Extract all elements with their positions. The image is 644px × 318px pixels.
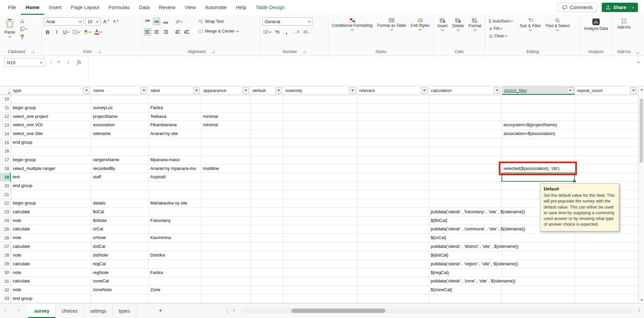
menu-item-review[interactable]: Review [154, 0, 180, 15]
cell-choice_filter-30[interactable] [502, 269, 575, 277]
cell-relevant-24[interactable] [357, 217, 429, 225]
filter-icon-default[interactable] [275, 87, 282, 94]
filter-icon-calculation[interactable] [494, 87, 500, 94]
cell-choice_filter-17[interactable] [502, 156, 575, 165]
column-header-readonly[interactable]: readonly [283, 86, 357, 95]
row-header-27[interactable]: 27 [0, 242, 11, 251]
cell-default-26[interactable] [251, 234, 283, 242]
fill-color-button[interactable] [83, 28, 92, 36]
cell-repeat_count-16[interactable] [575, 147, 638, 156]
cell-type-13[interactable]: select_one VOI [11, 121, 91, 130]
cell-appearance-28[interactable] [201, 251, 251, 260]
cell-type-19[interactable]: text [11, 173, 91, 182]
cell-calculation-15[interactable] [429, 138, 502, 147]
cell-name-21[interactable] [91, 190, 149, 199]
clipboard-dialog-launcher-icon[interactable] [31, 50, 34, 53]
cell-name-30[interactable]: regNote [91, 269, 149, 277]
insert-cells-button[interactable]: Insert [436, 17, 449, 32]
cell-type-29[interactable]: calculate [11, 260, 91, 269]
sheet-tab-types[interactable]: types [113, 304, 136, 318]
cell-repeat_count-17[interactable] [575, 156, 638, 165]
cell-label-15[interactable] [149, 138, 201, 147]
row-header-19[interactable]: 19 [0, 173, 11, 182]
cell-appearance-23[interactable] [201, 208, 251, 217]
cell-calculation-14[interactable] [429, 130, 502, 138]
cell-repeat_count-30[interactable] [575, 269, 638, 277]
format-as-table-button[interactable]: Format as Table [376, 17, 408, 32]
horizontal-scroll-thumb[interactable] [291, 309, 385, 313]
decrease-decimal-button[interactable]: .00→ [302, 28, 312, 36]
cell-calculation-18[interactable] [429, 165, 502, 173]
name-box-resize-handle[interactable]: ⋮ [49, 59, 54, 65]
cell-calculation-32[interactable]: ${zoneCal} [429, 286, 502, 294]
menu-item-automate[interactable]: Automate [200, 0, 231, 15]
cell-appearance-29[interactable] [201, 260, 251, 269]
cell-relevant-18[interactable] [357, 165, 429, 173]
cell-appearance-11[interactable] [201, 104, 251, 112]
filter-icon-label[interactable] [193, 87, 200, 94]
cell-readonly-20[interactable] [283, 182, 357, 190]
cell-relevant-20[interactable] [357, 182, 429, 190]
cell-default-25[interactable] [251, 225, 283, 234]
row-header-20[interactable]: 20 [0, 182, 11, 190]
column-header-label[interactable]: label [149, 86, 201, 95]
cell-choice_filter-14[interactable]: association=${association} [502, 130, 575, 138]
cell-readonly-11[interactable] [283, 104, 357, 112]
alignment-dialog-launcher-icon[interactable] [212, 50, 214, 53]
cell-label-23[interactable] [149, 208, 201, 217]
cell-name-22[interactable]: details [91, 199, 149, 208]
align-center-button[interactable] [153, 28, 160, 36]
autosum-button[interactable]: Σ AutoSum [487, 17, 514, 25]
cell-repeat_count-18[interactable] [575, 165, 638, 173]
format-painter-button[interactable] [19, 34, 29, 40]
cell-readonly-30[interactable] [283, 269, 357, 277]
cell-name-26[interactable]: crNote [91, 234, 149, 242]
addins-button[interactable]: Add-ins [615, 17, 633, 31]
cell-name-11[interactable]: surveyLoc [91, 104, 149, 112]
cell-readonly-33[interactable] [283, 294, 357, 303]
font-size-combo[interactable]: 10 [85, 17, 101, 26]
filter-icon-name[interactable] [141, 87, 147, 94]
cell-default-19[interactable] [251, 173, 283, 182]
cell-default-14[interactable] [251, 130, 283, 138]
row-header-23[interactable]: 23 [0, 208, 11, 217]
cell-readonly-31[interactable] [283, 277, 357, 286]
font-color-button[interactable]: A [94, 28, 103, 36]
fill-button[interactable]: Fill [487, 25, 514, 32]
cell-readonly-22[interactable] [283, 199, 357, 208]
cell-name-19[interactable]: staff [91, 173, 149, 182]
cut-button[interactable] [19, 18, 29, 24]
cell-repeat_count-29[interactable] [575, 260, 638, 269]
sort-filter-button[interactable]: Sort & Filter [518, 17, 542, 32]
cell-choice_filter-33[interactable] [502, 294, 575, 303]
align-top-button[interactable] [144, 18, 151, 25]
cell-relevant-15[interactable] [357, 138, 429, 147]
cell-readonly-13[interactable] [283, 121, 357, 130]
cell-type-24[interactable]: note [11, 217, 91, 225]
cell-readonly-25[interactable] [283, 225, 357, 234]
cell-type-22[interactable]: begin group [11, 199, 91, 208]
cell-name-23[interactable]: fktCal [91, 208, 149, 217]
row-header-15[interactable]: 15 [0, 138, 11, 147]
row-header-17[interactable]: 17 [0, 156, 11, 165]
delete-cells-button[interactable]: Delete [450, 17, 466, 32]
sheet-nav-right-icon[interactable] [12, 304, 24, 318]
filter-icon-appearance[interactable] [243, 87, 249, 94]
cell-default-31[interactable] [251, 277, 283, 286]
cell-choice_filter-15[interactable] [502, 138, 575, 147]
cell-repeat_count-31[interactable] [575, 277, 638, 286]
cell-appearance-18[interactable]: multiline [201, 165, 251, 173]
cell-readonly-28[interactable] [283, 251, 357, 260]
column-header-repeat_count[interactable]: repeat_count [575, 86, 638, 95]
cell-default-32[interactable] [251, 286, 283, 294]
collapse-formula-bar-icon[interactable] [637, 61, 640, 64]
cell-label-26[interactable]: Kaominina [149, 234, 201, 242]
row-header-29[interactable]: 29 [0, 260, 11, 269]
cell-readonly-18[interactable] [283, 165, 357, 173]
cell-label-18[interactable]: Anaran'ny mpanara-ma [149, 165, 201, 173]
insert-function-button[interactable]: fx [77, 59, 81, 65]
cell-repeat_count-33[interactable] [575, 294, 638, 303]
comma-style-button[interactable]: , [283, 28, 290, 36]
cell-default-16[interactable] [251, 147, 283, 156]
row-header-30[interactable]: 30 [0, 269, 11, 277]
